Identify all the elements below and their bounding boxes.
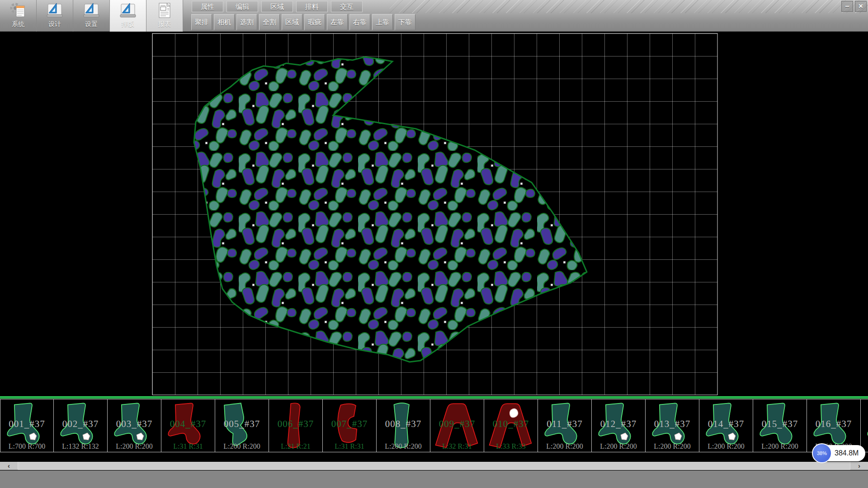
titlebar: 系统 设计 设置 排版 报表 属性编辑区域排料交互 聚排相机选割全割区域瑕疵左靠… bbox=[0, 0, 868, 32]
thumbnail-cell-6[interactable]: 006_#37 L:21 R:21 bbox=[269, 399, 323, 452]
piece-size-label: L:700 R:700 bbox=[0, 442, 53, 450]
piece-size-label: L:31 R:31 bbox=[161, 442, 215, 450]
tool-button-2[interactable]: 相机 bbox=[214, 14, 235, 30]
piece-id-label: 003_#37 bbox=[108, 418, 161, 430]
tool-button-5[interactable]: 区域 bbox=[282, 14, 302, 30]
piece-id-label: 010_#37 bbox=[484, 418, 538, 430]
thumbnail-cell-2[interactable]: 002_#37 L:132 R:132 bbox=[54, 399, 108, 452]
thumbnail-cell-10[interactable]: 010_#37 L:33 R:33 bbox=[484, 399, 538, 452]
tool-button-8[interactable]: 右靠 bbox=[349, 14, 370, 30]
thumbnail-cells: 001_#37 L:700 R:700 002_#37 L:132 R:132 … bbox=[0, 399, 868, 452]
thumbnail-cell-9[interactable]: 009_#37 L:32 R:31 bbox=[430, 399, 484, 452]
piece-size-label: L:200 R:200 bbox=[699, 442, 753, 450]
close-button[interactable]: × bbox=[855, 1, 867, 12]
piece-size-label: L:33 R:33 bbox=[484, 442, 538, 450]
tool-button-4[interactable]: 全割 bbox=[259, 14, 280, 30]
thumbnail-cell-12[interactable]: 012_#37 L:200 R:200 bbox=[592, 399, 646, 452]
nesting-canvas[interactable] bbox=[0, 32, 868, 396]
main-button-5[interactable]: 报表 bbox=[146, 0, 183, 32]
thumbnail-cell-3[interactable]: 003_#37 L:200 R:200 bbox=[108, 399, 161, 452]
piece-size-label: L:132 R:132 bbox=[54, 442, 107, 450]
memory-badge: 38% 384.8M bbox=[814, 445, 865, 461]
main-button-label: 报表 bbox=[158, 20, 171, 28]
menu-item-1[interactable]: 属性 bbox=[192, 1, 223, 12]
piece-size-label: L:200 R:200 bbox=[377, 442, 430, 450]
system-gear-doc-icon bbox=[9, 1, 27, 19]
tool-button-3[interactable]: 选割 bbox=[236, 14, 257, 30]
settings-ruler-icon bbox=[82, 1, 100, 19]
piece-size-label: L:200 R:200 bbox=[753, 442, 807, 450]
piece-size-label: L:200 R:200 bbox=[108, 442, 161, 450]
window-controls: – × bbox=[841, 1, 867, 12]
thumbnail-cell-17[interactable] bbox=[861, 399, 868, 452]
minimize-button[interactable]: – bbox=[841, 1, 853, 12]
menu-row: 属性编辑区域排料交互 bbox=[192, 1, 363, 12]
thumbnail-cell-5[interactable]: 005_#37 L:200 R:200 bbox=[215, 399, 269, 452]
memory-percent-badge: 38% bbox=[812, 443, 832, 463]
piece-size-label: L:21 R:21 bbox=[269, 442, 322, 450]
piece-id-label: 006_#37 bbox=[269, 418, 322, 430]
horizontal-scrollbar[interactable]: ‹ › bbox=[0, 462, 868, 470]
menu-item-4[interactable]: 排料 bbox=[296, 1, 328, 12]
thumbnail-cell-8[interactable]: 008_#37 L:200 R:200 bbox=[377, 399, 430, 452]
tool-button-10[interactable]: 下靠 bbox=[395, 14, 415, 30]
thumbnail-cell-15[interactable]: 015_#37 L:200 R:200 bbox=[753, 399, 807, 452]
main-button-row: 系统 设计 设置 排版 报表 bbox=[0, 0, 183, 32]
piece-id-label: 002_#37 bbox=[54, 418, 107, 430]
piece-size-label: L:200 R:200 bbox=[215, 442, 269, 450]
status-bar bbox=[0, 470, 868, 488]
piece-size-label: L:200 R:200 bbox=[646, 442, 699, 450]
main-button-label: 系统 bbox=[12, 20, 24, 28]
piece-id-label: 009_#37 bbox=[430, 418, 484, 430]
thumbnail-cell-11[interactable]: 011_#37 L:200 R:200 bbox=[538, 399, 592, 452]
piece-id-label: 001_#37 bbox=[0, 418, 53, 430]
piece-id-label: 007_#37 bbox=[323, 418, 376, 430]
piece-id-label: 014_#37 bbox=[699, 418, 753, 430]
menu-item-2[interactable]: 编辑 bbox=[226, 1, 258, 12]
piece-size-label: L:32 R:31 bbox=[430, 442, 484, 450]
thumbnail-cell-16[interactable]: 016_#37 L:200 R:200 bbox=[807, 399, 861, 452]
menu-item-5[interactable]: 交互 bbox=[331, 1, 363, 12]
main-button-label: 设计 bbox=[48, 20, 61, 28]
main-button-label: 排版 bbox=[122, 20, 134, 28]
tool-button-7[interactable]: 左靠 bbox=[327, 14, 348, 30]
app-window: 系统 设计 设置 排版 报表 属性编辑区域排料交互 聚排相机选割全割区域瑕疵左靠… bbox=[0, 0, 868, 488]
titlebar-hatch bbox=[390, 0, 868, 13]
piece-id-label: 005_#37 bbox=[215, 418, 269, 430]
tool-row: 聚排相机选割全割区域瑕疵左靠右靠上靠下靠 bbox=[191, 14, 415, 30]
main-button-label: 设置 bbox=[85, 20, 98, 28]
design-ruler-icon bbox=[46, 1, 64, 19]
main-button-1[interactable]: 系统 bbox=[0, 0, 37, 32]
memory-value: 384.8M bbox=[835, 445, 859, 461]
piece-size-label: L:200 R:200 bbox=[592, 442, 645, 450]
piece-id-label: 013_#37 bbox=[646, 418, 699, 430]
report-doc-icon bbox=[156, 1, 174, 19]
scroll-left-button[interactable]: ‹ bbox=[0, 462, 18, 470]
thumbnail-strip: 001_#37 L:700 R:700 002_#37 L:132 R:132 … bbox=[0, 396, 868, 462]
piece-size-label: L:200 R:200 bbox=[538, 442, 591, 450]
tool-button-1[interactable]: 聚排 bbox=[191, 14, 212, 30]
canvas-area bbox=[0, 32, 868, 396]
tool-button-6[interactable]: 瑕疵 bbox=[304, 14, 325, 30]
thumbnail-cell-4[interactable]: 004_#37 L:31 R:31 bbox=[161, 399, 215, 452]
piece-id-label: 016_#37 bbox=[807, 418, 860, 430]
thumbnail-cell-14[interactable]: 014_#37 L:200 R:200 bbox=[699, 399, 753, 452]
layout-ruler-icon bbox=[119, 1, 137, 19]
menu-item-3[interactable]: 区域 bbox=[261, 1, 293, 12]
thumbnail-cell-13[interactable]: 013_#37 L:200 R:200 bbox=[646, 399, 699, 452]
main-button-3[interactable]: 设置 bbox=[73, 0, 110, 32]
piece-size-label: L:31 R:31 bbox=[323, 442, 376, 450]
piece-id-label: 011_#37 bbox=[538, 418, 591, 430]
scroll-right-button[interactable]: › bbox=[850, 462, 868, 470]
piece-id-label: 008_#37 bbox=[377, 418, 430, 430]
main-button-2[interactable]: 设计 bbox=[37, 0, 73, 32]
piece-id-label: 012_#37 bbox=[592, 418, 645, 430]
main-button-4[interactable]: 排版 bbox=[110, 0, 146, 32]
tool-button-9[interactable]: 上靠 bbox=[372, 14, 393, 30]
piece-id-label: 015_#37 bbox=[753, 418, 807, 430]
piece-id-label: 004_#37 bbox=[161, 418, 215, 430]
thumbnail-cell-1[interactable]: 001_#37 L:700 R:700 bbox=[0, 399, 54, 452]
piece-preview bbox=[863, 400, 868, 451]
thumbnail-cell-7[interactable]: 007_#37 L:31 R:31 bbox=[323, 399, 377, 452]
